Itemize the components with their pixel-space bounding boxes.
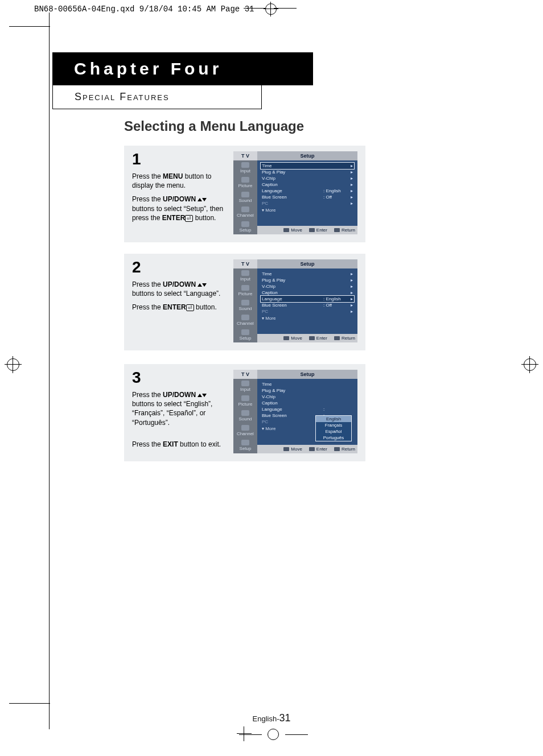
osd-tab-sound: Sound: [233, 298, 257, 313]
up-arrow-icon: [198, 394, 202, 397]
osd-tab-picture: Picture: [233, 283, 257, 298]
section-title: Selecting a Menu Language: [124, 118, 304, 134]
osd-screenshot-3: T V Input Picture Sound Channel Setup Se…: [233, 370, 357, 453]
setup-icon: [241, 221, 249, 227]
osd-tv-label: T V: [233, 151, 257, 160]
osd-more: ▾ More: [261, 315, 354, 321]
registration-mark-left: [7, 358, 19, 371]
up-arrow-icon: [198, 198, 202, 201]
language-option: Français: [316, 422, 351, 428]
osd-footer: MoveEnterReturn: [257, 226, 357, 234]
osd-footer: MoveEnterReturn: [257, 334, 357, 342]
osd-row: Language:: [261, 406, 354, 412]
chapter-banner: Chapter Four Special Features: [52, 52, 313, 109]
crop-bottom: [239, 729, 308, 740]
registration-mark-right: [524, 358, 536, 371]
picture-icon: [241, 177, 249, 183]
step-3-text: 3 Press the UP/DOWN buttons to select “E…: [132, 370, 228, 453]
osd-tab-setup: Setup: [233, 328, 257, 342]
osd-row: V-Chip: [261, 394, 354, 400]
osd-title: Setup: [257, 259, 357, 268]
sound-icon: [241, 192, 249, 197]
osd-row: Plug & Play▸: [261, 169, 354, 175]
osd-title: Setup: [257, 151, 357, 160]
chapter-subhead: Special Features: [75, 91, 170, 102]
osd-more: ▾ More: [261, 206, 354, 213]
osd-row: Language: English▸: [261, 296, 354, 302]
osd-tab-setup: Setup: [233, 438, 257, 453]
down-arrow-icon: [202, 283, 207, 287]
osd-tab-input: Input: [233, 268, 257, 283]
osd-screenshot-1: T V Input Picture Sound Channel Setup Se…: [233, 151, 357, 234]
step-1: 1 Press the MENU button to display the m…: [124, 146, 365, 242]
osd-row: Blue Screen: Off▸: [261, 194, 354, 200]
osd-tv-label: T V: [233, 370, 257, 379]
osd-row: V-Chip▸: [261, 175, 354, 181]
crop-mark: [244, 8, 266, 9]
osd-row: Plug & Play: [261, 387, 354, 394]
up-arrow-icon: [198, 283, 202, 287]
channel-icon: [241, 206, 249, 212]
chapter-title: Chapter Four: [52, 52, 313, 85]
registration-mark: [265, 3, 277, 15]
osd-tab-sound: Sound: [233, 408, 257, 423]
osd-row: V-Chip▸: [261, 283, 354, 290]
osd-screenshot-2: T V Input Picture Sound Channel Setup Se…: [233, 259, 357, 342]
input-icon: [241, 162, 249, 168]
osd-tab-channel: Channel: [233, 205, 257, 220]
crop-hairline-vertical: [49, 13, 50, 729]
chapter-subhead-box: Special Features: [52, 85, 262, 109]
step-2-text: 2 Press the UP/DOWN buttons to select “L…: [132, 259, 228, 342]
osd-row: Time: [261, 381, 354, 387]
osd-row: Plug & Play▸: [261, 277, 354, 283]
enter-icon: ⏎: [186, 304, 194, 311]
crop-hairline: [9, 703, 50, 704]
osd-title: Setup: [257, 370, 357, 379]
page-footer: English-31: [0, 712, 543, 724]
language-popup: English Français Español Português: [315, 415, 352, 441]
osd-row: Caption▸: [261, 181, 354, 188]
language-option: Português: [316, 435, 351, 441]
crop-hairline: [9, 26, 50, 27]
osd-footer: MoveEnterReturn: [257, 445, 357, 453]
osd-tab-input: Input: [233, 160, 257, 175]
osd-row: PC▸: [261, 200, 354, 206]
osd-tab-input: Input: [233, 379, 257, 394]
down-arrow-icon: [202, 198, 207, 201]
osd-tab-channel: Channel: [233, 313, 257, 328]
step-3: 3 Press the UP/DOWN buttons to select “E…: [124, 364, 365, 461]
osd-row: Language: English▸: [261, 188, 354, 194]
print-slug: BN68-00656A-04Eng.qxd 9/18/04 10:45 AM P…: [34, 5, 254, 14]
osd-row: Caption: [261, 400, 354, 406]
osd-row: Time▸: [261, 271, 354, 277]
crop-mark: [274, 8, 297, 9]
osd-tab-setup: Setup: [233, 220, 257, 234]
osd-tab-channel: Channel: [233, 423, 257, 438]
down-arrow-icon: [202, 394, 207, 397]
osd-row: Time▸: [261, 163, 354, 169]
page: BN68-00656A-04Eng.qxd 9/18/04 10:45 AM P…: [0, 0, 543, 756]
osd-row: PC▸: [261, 308, 354, 315]
language-option: English: [316, 416, 351, 422]
osd-tab-picture: Picture: [233, 394, 257, 408]
language-option: Español: [316, 428, 351, 435]
osd-row: Blue Screen: Off▸: [261, 302, 354, 308]
osd-tab-picture: Picture: [233, 175, 257, 190]
step-1-text: 1 Press the MENU button to display the m…: [132, 151, 228, 234]
step-2: 2 Press the UP/DOWN buttons to select “L…: [124, 254, 365, 350]
osd-row: Caption▸: [261, 290, 354, 296]
osd-tab-sound: Sound: [233, 190, 257, 205]
enter-icon: ⏎: [185, 215, 193, 222]
osd-tv-label: T V: [233, 259, 257, 268]
